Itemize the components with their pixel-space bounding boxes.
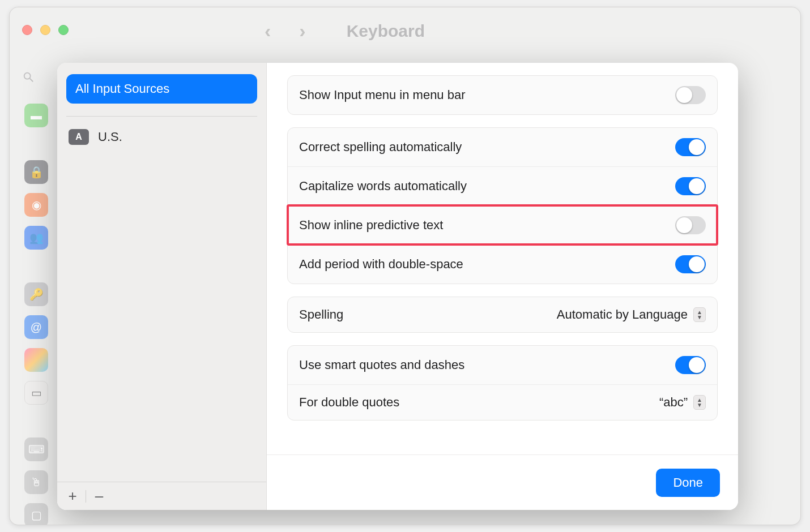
sidebar-item-users[interactable]: 👥 bbox=[24, 226, 48, 250]
sidebar-search[interactable] bbox=[22, 71, 35, 83]
svg-point-0 bbox=[24, 73, 31, 79]
close-window-button[interactable] bbox=[22, 25, 32, 35]
sidebar-item-gamecenter[interactable] bbox=[24, 348, 48, 372]
window-controls bbox=[22, 25, 69, 35]
setting-row-show_input_menu: Show Input menu in menu bar bbox=[288, 76, 717, 114]
input-source-item[interactable]: AU.S. bbox=[69, 129, 257, 145]
sidebar-item-wallet[interactable]: ▭ bbox=[24, 381, 48, 405]
remove-source-button[interactable]: – bbox=[92, 489, 106, 504]
select-value: Automatic by Language bbox=[557, 307, 688, 322]
svg-line-1 bbox=[30, 79, 33, 82]
search-icon bbox=[22, 71, 35, 83]
toggle-knob bbox=[689, 256, 705, 272]
setting-row-double_space_period: Add period with double-space bbox=[288, 244, 717, 284]
sidebar-item-lockscreen[interactable]: 🔒 bbox=[24, 160, 48, 184]
settings-group: SpellingAutomatic by Language▲▼ bbox=[287, 297, 718, 333]
chevron-up-down-icon: ▲▼ bbox=[693, 307, 706, 322]
setting-label: Show Input menu in menu bar bbox=[299, 88, 466, 102]
sidebar-item-passwords[interactable]: 🔑 bbox=[24, 282, 48, 306]
settings-scroll[interactable]: Show Input menu in menu barCorrect spell… bbox=[267, 63, 738, 454]
setting-row-smart_quotes: Use smart quotes and dashes bbox=[288, 346, 717, 384]
toggle-correct_spelling[interactable] bbox=[675, 138, 706, 156]
all-input-sources-item[interactable]: All Input Sources bbox=[66, 74, 257, 104]
toggle-knob bbox=[676, 87, 692, 103]
setting-row-predictive: Show inline predictive text bbox=[288, 205, 717, 244]
sidebar-item-internet-accounts[interactable]: @ bbox=[24, 315, 48, 339]
settings-group: Use smart quotes and dashesFor double qu… bbox=[287, 345, 718, 421]
divider bbox=[86, 490, 86, 503]
setting-label: Add period with double-space bbox=[299, 257, 463, 272]
select-double_quotes[interactable]: “abc”▲▼ bbox=[659, 395, 706, 410]
setting-label: For double quotes bbox=[299, 395, 399, 410]
toggle-knob bbox=[676, 217, 692, 233]
fullscreen-window-button[interactable] bbox=[58, 25, 69, 35]
toggle-double_space_period[interactable] bbox=[675, 255, 706, 273]
setting-row-capitalize: Capitalize words automatically bbox=[288, 166, 717, 205]
page-title: Keyboard bbox=[347, 22, 425, 41]
sidebar-item-touchid[interactable]: ◉ bbox=[24, 193, 48, 217]
nav-controls: ‹ › Keyboard bbox=[265, 20, 425, 42]
setting-label: Use smart quotes and dashes bbox=[299, 358, 464, 372]
done-button[interactable]: Done bbox=[656, 469, 720, 497]
select-value: “abc” bbox=[659, 395, 688, 410]
minimize-window-button[interactable] bbox=[40, 25, 50, 35]
sidebar-item-trackpad[interactable]: ▢ bbox=[24, 503, 48, 525]
settings-group: Show Input menu in menu bar bbox=[287, 75, 718, 115]
toggle-capitalize[interactable] bbox=[675, 177, 706, 195]
toggle-show_input_menu[interactable] bbox=[675, 86, 706, 104]
add-source-button[interactable]: + bbox=[65, 489, 80, 504]
input-sources-settings: Show Input menu in menu barCorrect spell… bbox=[267, 63, 738, 510]
toggle-knob bbox=[689, 139, 705, 155]
sidebar-item-mouse[interactable]: 🖱 bbox=[24, 470, 48, 494]
toggle-predictive[interactable] bbox=[675, 216, 706, 234]
setting-label: Show inline predictive text bbox=[299, 218, 443, 233]
back-button[interactable]: ‹ bbox=[265, 20, 271, 42]
settings-group: Correct spelling automaticallyCapitalize… bbox=[287, 127, 718, 284]
all-input-sources-label: All Input Sources bbox=[75, 81, 169, 96]
setting-label: Capitalize words automatically bbox=[299, 179, 467, 194]
setting-label: Spelling bbox=[299, 307, 343, 322]
input-source-label: U.S. bbox=[98, 130, 122, 144]
sheet-footer: Done bbox=[267, 454, 738, 510]
chevron-up-down-icon: ▲▼ bbox=[693, 395, 706, 410]
sidebar-item-battery[interactable]: ▬ bbox=[24, 104, 48, 127]
select-spelling[interactable]: Automatic by Language▲▼ bbox=[557, 307, 706, 322]
toggle-knob bbox=[689, 357, 705, 373]
toggle-knob bbox=[689, 178, 705, 194]
setting-row-double_quotes: For double quotes“abc”▲▼ bbox=[288, 384, 717, 420]
sidebar-item-keyboard[interactable]: ⌨ bbox=[24, 437, 48, 461]
forward-button[interactable]: › bbox=[299, 20, 305, 42]
setting-row-spelling: SpellingAutomatic by Language▲▼ bbox=[288, 297, 717, 332]
input-sources-sheet: All Input Sources AU.S. + – Show Input m… bbox=[57, 63, 738, 510]
setting-row-correct_spelling: Correct spelling automatically bbox=[288, 128, 717, 166]
setting-label: Correct spelling automatically bbox=[299, 140, 462, 155]
sidebar: ▬ 🔒 ◉ 👥 🔑 @ ▭ ⌨ 🖱 ▢ 🖶 bbox=[24, 104, 48, 525]
input-sources-list: All Input Sources AU.S. + – bbox=[57, 63, 267, 510]
input-sources-footer: + – bbox=[57, 482, 266, 510]
settings-window: ‹ › Keyboard ▬ 🔒 ◉ 👥 🔑 @ ▭ ⌨ 🖱 ▢ 🖶 All I… bbox=[9, 7, 801, 525]
toggle-smart_quotes[interactable] bbox=[675, 356, 706, 374]
keyboard-badge-icon: A bbox=[69, 129, 89, 145]
